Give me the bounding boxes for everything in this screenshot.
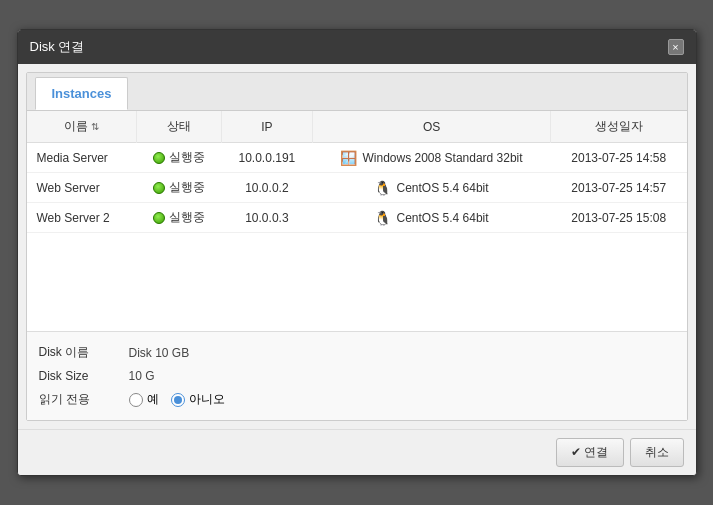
cell-os: 🐧CentOS 5.4 64bit: [312, 203, 551, 233]
disk-name-row: Disk 이름 Disk 10 GB: [39, 340, 675, 365]
disk-size-label: Disk Size: [39, 369, 129, 383]
instance-table-wrap: 이름 ⇅ 상태 IP OS 생성일자 Media Server실행중10.0.0…: [27, 111, 687, 331]
running-icon: [153, 152, 165, 164]
cell-status: 실행중: [137, 203, 222, 233]
table-row[interactable]: Web Server 2실행중10.0.0.3🐧CentOS 5.4 64bit…: [27, 203, 687, 233]
running-icon: [153, 212, 165, 224]
cell-created: 2013-07-25 14:57: [551, 173, 687, 203]
cell-name: Web Server 2: [27, 203, 137, 233]
disk-size-row: Disk Size 10 G: [39, 365, 675, 387]
os-text: Windows 2008 Standard 32bit: [363, 151, 523, 165]
radio-yes-label: 예: [147, 391, 159, 408]
centos-icon: 🐧: [375, 210, 391, 226]
tab-bar: Instances: [27, 73, 687, 111]
col-status: 상태: [137, 111, 222, 143]
readonly-radio-group: 예 아니오: [129, 391, 225, 408]
table-row[interactable]: Web Server실행중10.0.0.2🐧CentOS 5.4 64bit20…: [27, 173, 687, 203]
disk-info-section: Disk 이름 Disk 10 GB Disk Size 10 G 읽기 전용 …: [27, 331, 687, 420]
radio-no-circle[interactable]: [171, 393, 185, 407]
status-text: 실행중: [169, 149, 205, 166]
radio-no-label: 아니오: [189, 391, 225, 408]
close-button[interactable]: ×: [668, 39, 684, 55]
status-text: 실행중: [169, 209, 205, 226]
radio-yes[interactable]: 예: [129, 391, 159, 408]
dialog-footer: ✔ 연결 취소: [18, 429, 696, 475]
cell-created: 2013-07-25 15:08: [551, 203, 687, 233]
cell-ip: 10.0.0.3: [222, 203, 313, 233]
os-text: CentOS 5.4 64bit: [397, 181, 489, 195]
centos-icon: 🐧: [375, 180, 391, 196]
disk-connect-dialog: Disk 연결 × Instances 이름 ⇅ 상태 IP OS: [17, 29, 697, 476]
cell-os: 🐧CentOS 5.4 64bit: [312, 173, 551, 203]
status-text: 실행중: [169, 179, 205, 196]
table-row[interactable]: Media Server실행중10.0.0.191🪟Windows 2008 S…: [27, 143, 687, 173]
readonly-row: 읽기 전용 예 아니오: [39, 387, 675, 412]
cell-name: Media Server: [27, 143, 137, 173]
col-os: OS: [312, 111, 551, 143]
connect-button[interactable]: ✔ 연결: [556, 438, 623, 467]
cell-created: 2013-07-25 14:58: [551, 143, 687, 173]
readonly-label: 읽기 전용: [39, 391, 129, 408]
cell-name: Web Server: [27, 173, 137, 203]
dialog-body: Instances 이름 ⇅ 상태 IP OS 생성일자: [26, 72, 688, 421]
cancel-button[interactable]: 취소: [630, 438, 684, 467]
disk-name-label: Disk 이름: [39, 344, 129, 361]
instance-table: 이름 ⇅ 상태 IP OS 생성일자 Media Server실행중10.0.0…: [27, 111, 687, 233]
running-icon: [153, 182, 165, 194]
tab-instances[interactable]: Instances: [35, 77, 129, 110]
col-name[interactable]: 이름 ⇅: [27, 111, 137, 143]
disk-size-value: 10 G: [129, 369, 155, 383]
cell-ip: 10.0.0.191: [222, 143, 313, 173]
dialog-titlebar: Disk 연결 ×: [18, 30, 696, 64]
os-text: CentOS 5.4 64bit: [397, 211, 489, 225]
windows-icon: 🪟: [341, 150, 357, 166]
cell-status: 실행중: [137, 173, 222, 203]
cell-ip: 10.0.0.2: [222, 173, 313, 203]
sort-icon: ⇅: [91, 121, 99, 132]
radio-yes-circle[interactable]: [129, 393, 143, 407]
disk-name-value: Disk 10 GB: [129, 346, 190, 360]
cell-status: 실행중: [137, 143, 222, 173]
cell-os: 🪟Windows 2008 Standard 32bit: [312, 143, 551, 173]
radio-no[interactable]: 아니오: [171, 391, 225, 408]
col-created: 생성일자: [551, 111, 687, 143]
dialog-title: Disk 연결: [30, 38, 85, 56]
col-ip: IP: [222, 111, 313, 143]
